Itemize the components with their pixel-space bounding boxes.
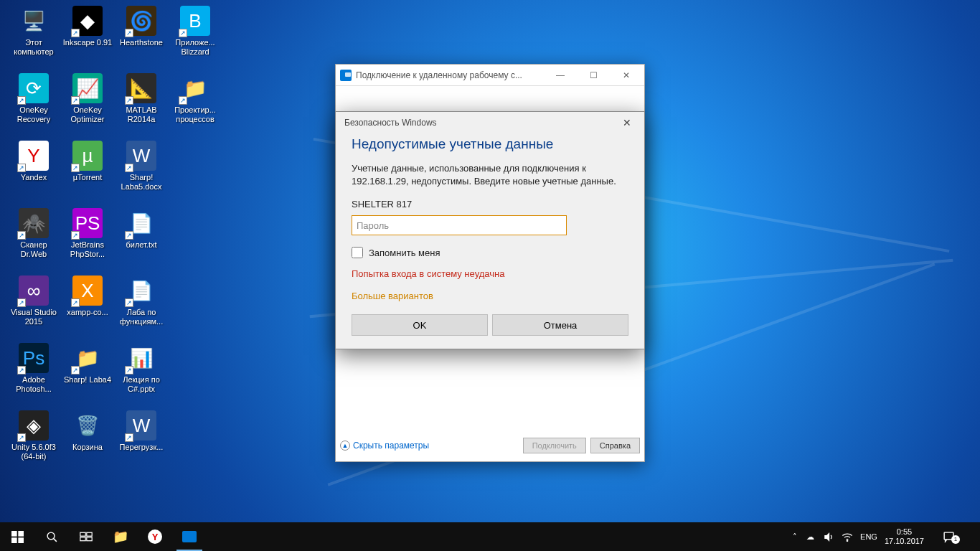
- shortcut-arrow-icon: ↗: [71, 29, 80, 37]
- svg-rect-1: [18, 531, 24, 537]
- svg-rect-0: [11, 531, 17, 537]
- desktop-icon[interactable]: 🖥️Этот компьютер: [7, 6, 60, 56]
- icon-label: Этот компьютер: [7, 38, 60, 56]
- volume-icon[interactable]: [823, 531, 834, 542]
- app-icon: 🕷️↗: [19, 208, 49, 238]
- help-button[interactable]: Справка: [590, 438, 640, 453]
- desktop-icon[interactable]: µ↗µTorrent: [61, 141, 114, 182]
- app-icon: X↗: [72, 276, 103, 306]
- icon-label: билет.txt: [115, 240, 168, 250]
- close-button[interactable]: ✕: [610, 65, 643, 85]
- desktop-icon[interactable]: 📁↗Проектир... процессов: [169, 73, 222, 123]
- connect-button[interactable]: Подключить: [523, 438, 586, 453]
- icon-label: Лаба по функциям...: [115, 308, 168, 326]
- app-icon: W↗: [126, 141, 156, 171]
- desktop-icon[interactable]: ◆↗Inkscape 0.91: [61, 6, 114, 47]
- desktop-icon[interactable]: 📊↗Лекция по C#.pptx: [115, 343, 168, 393]
- clock-time: 0:55: [885, 527, 924, 537]
- app-icon: Y↗: [19, 141, 49, 171]
- maximize-button[interactable]: ☐: [577, 65, 610, 85]
- taskbar-app-yandex[interactable]: Y: [138, 522, 172, 551]
- app-icon: 📄↗: [126, 276, 156, 306]
- app-icon: 🗑️: [72, 410, 103, 441]
- task-view-button[interactable]: [69, 522, 103, 551]
- icon-label: xampp-co...: [61, 308, 114, 317]
- app-icon: PS↗: [72, 208, 103, 238]
- icon-label: µTorrent: [61, 173, 114, 182]
- app-icon: µ↗: [72, 141, 103, 171]
- desktop-icon[interactable]: 📈↗OneKey Optimizer: [61, 73, 114, 123]
- desktop-icon[interactable]: 🌀↗Hearthstone: [115, 6, 168, 47]
- desktop-icon[interactable]: W↗Sharp! Laba5.docx: [115, 141, 168, 191]
- svg-rect-2: [11, 537, 17, 543]
- shortcut-arrow-icon: ↗: [17, 164, 26, 172]
- icon-label: JetBrains PhpStor...: [61, 240, 114, 258]
- icon-label: OneKey Optimizer: [61, 105, 114, 123]
- desktop-icon[interactable]: PS↗JetBrains PhpStor...: [61, 208, 114, 258]
- taskbar-app-rdp[interactable]: [172, 522, 207, 551]
- shortcut-arrow-icon: ↗: [125, 164, 133, 172]
- hide-params-link[interactable]: ▲ Скрыть параметры: [340, 441, 429, 451]
- minimize-button[interactable]: —: [544, 65, 577, 85]
- icon-label: Inkscape 0.91: [61, 38, 114, 47]
- hide-params-label: Скрыть параметры: [353, 441, 429, 451]
- desktop-icon[interactable]: 📄↗Лаба по функциям...: [115, 276, 168, 326]
- onedrive-icon[interactable]: ☁: [804, 531, 816, 542]
- shortcut-arrow-icon: ↗: [17, 366, 26, 375]
- icon-label: Unity 5.6.0f3 (64-bit): [7, 443, 60, 461]
- tray-overflow-button[interactable]: ˄: [793, 532, 797, 542]
- desktop-icon[interactable]: 📄↗билет.txt: [115, 208, 168, 250]
- desktop-icon[interactable]: Ps↗Adobe Photosh...: [7, 343, 60, 393]
- more-options-link[interactable]: Больше вариантов: [352, 291, 628, 301]
- desktop-icon[interactable]: 📐↗MATLAB R2014a: [115, 73, 168, 123]
- app-icon: ◈↗: [19, 410, 49, 441]
- desktop-icon[interactable]: ⟳↗OneKey Recovery: [7, 73, 60, 123]
- rdp-titlebar[interactable]: Подключение к удаленному рабочему с... —…: [336, 65, 644, 86]
- search-button[interactable]: [34, 522, 69, 551]
- icon-label: Hearthstone: [115, 38, 168, 47]
- taskbar-app-explorer[interactable]: 📁: [103, 522, 138, 551]
- svg-rect-7: [87, 532, 92, 536]
- language-indicator[interactable]: ENG: [860, 532, 877, 541]
- start-button[interactable]: [0, 522, 34, 551]
- desktop-icon[interactable]: 📁↗Sharp! Laba4: [61, 343, 114, 385]
- shortcut-arrow-icon: ↗: [125, 96, 133, 105]
- wifi-icon[interactable]: [842, 531, 853, 542]
- cancel-button[interactable]: Отмена: [492, 314, 628, 336]
- app-icon: 📈↗: [72, 73, 103, 103]
- rdp-icon: [340, 70, 352, 81]
- clock[interactable]: 0:55 17.10.2017: [885, 527, 924, 546]
- desktop-icon[interactable]: 🕷️↗Сканер Dr.Web: [7, 208, 60, 258]
- desktop-icon[interactable]: ◈↗Unity 5.6.0f3 (64-bit): [7, 410, 60, 461]
- icon-label: Sharp! Laba5.docx: [115, 173, 168, 191]
- shortcut-arrow-icon: ↗: [17, 433, 26, 442]
- shortcut-arrow-icon: ↗: [71, 231, 80, 240]
- action-center-button[interactable]: 1: [931, 531, 966, 543]
- folder-icon: 📁: [113, 529, 128, 545]
- cred-titlebar[interactable]: Безопасность Windows ✕: [336, 112, 644, 133]
- shortcut-arrow-icon: ↗: [125, 298, 133, 307]
- icon-label: Yandex: [7, 173, 60, 182]
- ok-button[interactable]: OK: [352, 314, 488, 336]
- desktop-icon[interactable]: ∞↗Visual Studio 2015: [7, 276, 60, 326]
- app-icon: 📁↗: [72, 343, 103, 373]
- app-icon: 📁↗: [180, 73, 210, 103]
- desktop-icon[interactable]: W↗Перегрузк...: [115, 410, 168, 452]
- desktop-icon[interactable]: 🗑️Корзина: [61, 410, 114, 452]
- svg-rect-8: [80, 537, 85, 541]
- svg-line-5: [53, 538, 56, 541]
- shortcut-arrow-icon: ↗: [179, 96, 187, 105]
- icon-label: Сканер Dr.Web: [7, 240, 60, 258]
- close-button[interactable]: ✕: [611, 113, 643, 133]
- desktop-icon[interactable]: Y↗Yandex: [7, 141, 60, 182]
- icon-label: Приложе... Blizzard: [169, 38, 222, 56]
- app-icon: ⟳↗: [19, 73, 49, 103]
- desktop-icon[interactable]: B↗Приложе... Blizzard: [169, 6, 222, 56]
- password-input[interactable]: [352, 215, 567, 235]
- app-icon: ◆↗: [72, 6, 103, 36]
- desktop-icon[interactable]: X↗xampp-co...: [61, 276, 114, 317]
- remember-checkbox[interactable]: [352, 247, 363, 258]
- remember-me[interactable]: Запомнить меня: [352, 247, 628, 258]
- shortcut-arrow-icon: ↗: [71, 298, 80, 307]
- chevron-up-icon: ▲: [340, 441, 350, 451]
